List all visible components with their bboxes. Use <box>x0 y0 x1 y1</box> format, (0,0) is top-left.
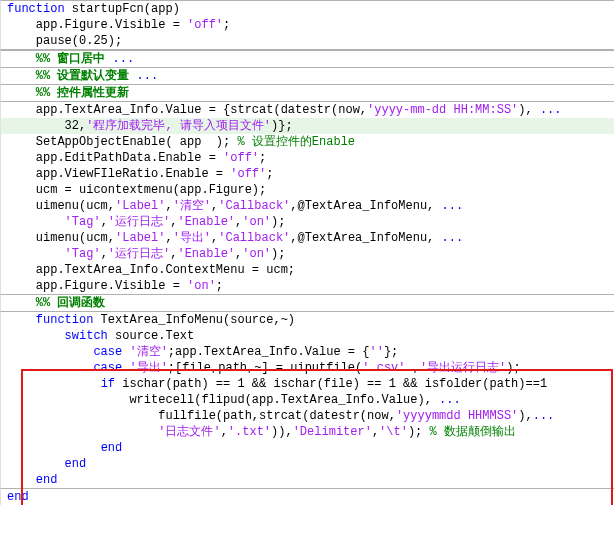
code-line: case '导出';[file,path,~] = uiputfile('.cs… <box>0 360 614 376</box>
section-comment: %% 设置默认变量 ... <box>0 68 614 85</box>
keyword-end: end <box>101 441 123 455</box>
keyword-switch: switch <box>65 329 108 343</box>
code-line: if ischar(path) == 1 && ischar(file) == … <box>0 376 614 392</box>
code-editor: function startupFcn(app) app.Figure.Visi… <box>0 0 614 505</box>
keyword-function: function <box>36 313 94 327</box>
code-line: app.Figure.Visible = 'off'; <box>0 17 614 33</box>
keyword-end: end <box>7 490 29 504</box>
code-line: fullfile(path,strcat(datestr(now,'yyyymm… <box>0 408 614 424</box>
code-line: 'Tag','运行日志','Enable','on'); <box>0 214 614 230</box>
code-line: switch source.Text <box>0 328 614 344</box>
keyword-case: case <box>93 361 129 375</box>
code-line: uimenu(ucm,'Label','清空','Callback',@Text… <box>0 198 614 214</box>
code-line: '日志文件','.txt')),'Delimiter','\t'); % 数据颠… <box>0 424 614 440</box>
code-line: end <box>0 440 614 456</box>
code-line: pause(0.25); <box>0 33 614 50</box>
code-line: uimenu(ucm,'Label','导出','Callback',@Text… <box>0 230 614 246</box>
code-line: end <box>0 472 614 489</box>
section-comment: %% 控件属性更新 <box>0 85 614 102</box>
code-line: end <box>0 489 614 505</box>
section-comment: %% 窗口居中 ... <box>0 50 614 68</box>
code-line: app.TextArea_Info.Value = {strcat(datest… <box>0 102 614 118</box>
code-line: app.TextArea_Info.ContextMenu = ucm; <box>0 262 614 278</box>
section-comment: %% 回调函数 <box>0 295 614 312</box>
code-line: app.EditPathData.Enable = 'off'; <box>0 150 614 166</box>
code-line: 'Tag','运行日志','Enable','on'); <box>0 246 614 262</box>
code-line: end <box>0 456 614 472</box>
keyword-function: function <box>7 2 65 16</box>
keyword-end: end <box>36 473 58 487</box>
code-line: ucm = uicontextmenu(app.Figure); <box>0 182 614 198</box>
code-line: case '清空';app.TextArea_Info.Value = {''}… <box>0 344 614 360</box>
code-line: writecell(flipud(app.TextArea_Info.Value… <box>0 392 614 408</box>
code-line: app.Figure.Visible = 'on'; <box>0 278 614 295</box>
code-line: SetAppObjectEnable( app ); % 设置控件的Enable <box>0 134 614 150</box>
keyword-case: case <box>93 345 129 359</box>
keyword-end: end <box>65 457 87 471</box>
code-line-highlight: 32,'程序加载完毕, 请导入项目文件')}; <box>0 118 614 134</box>
code-line: app.ViewFIleRatio.Enable = 'off'; <box>0 166 614 182</box>
code-line: function TextArea_InfoMenu(source,~) <box>0 312 614 328</box>
code-line: function startupFcn(app) <box>0 0 614 17</box>
keyword-if: if <box>101 377 115 391</box>
